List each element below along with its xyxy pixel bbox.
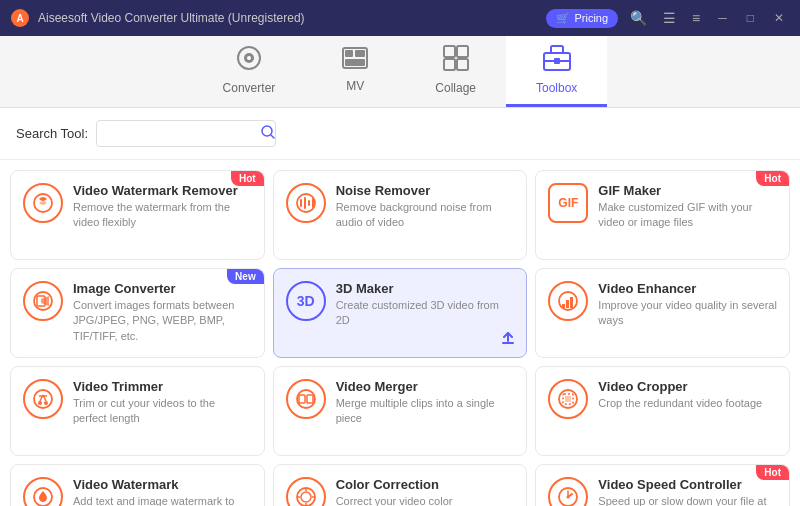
badge-hot: Hot	[231, 171, 264, 186]
svg-rect-39	[299, 395, 305, 403]
tool-card-color-correction[interactable]: Color Correction Correct your video colo…	[273, 464, 528, 506]
tool-desc-video-watermark: Add text and image watermark to the vide…	[73, 494, 252, 506]
svg-point-33	[38, 401, 42, 405]
tool-name-video-enhancer: Video Enhancer	[598, 281, 777, 296]
tool-name-gif-maker: GIF Maker	[598, 183, 777, 198]
svg-rect-9	[444, 46, 455, 57]
tool-name-video-merger: Video Merger	[336, 379, 515, 394]
video-watermark-remover-icon	[23, 183, 63, 223]
svg-rect-23	[308, 200, 310, 206]
tab-toolbox[interactable]: Toolbox	[506, 36, 607, 107]
tool-desc-gif-maker: Make customized GIF with your video or i…	[598, 200, 777, 231]
svg-rect-43	[565, 396, 571, 402]
svg-rect-30	[566, 300, 569, 308]
tool-card-video-watermark[interactable]: Video Watermark Add text and image water…	[10, 464, 265, 506]
svg-rect-22	[304, 197, 306, 209]
color-correction-icon	[286, 477, 326, 506]
converter-icon	[236, 45, 262, 77]
tab-collage[interactable]: Collage	[405, 36, 506, 107]
maximize-button[interactable]: □	[741, 9, 760, 27]
search-input-wrap[interactable]	[96, 120, 276, 147]
upload-icon	[500, 329, 516, 349]
badge-hot: Hot	[756, 171, 789, 186]
search-icon[interactable]: 🔍	[626, 8, 651, 28]
svg-point-52	[567, 496, 570, 499]
video-enhancer-icon	[548, 281, 588, 321]
tool-card-video-merger[interactable]: Video Merger Merge multiple clips into a…	[273, 366, 528, 456]
svg-rect-29	[562, 304, 565, 308]
search-input[interactable]	[105, 127, 255, 141]
svg-rect-6	[345, 50, 353, 57]
tool-card-video-speed-controller[interactable]: Hot Video Speed Controller Speed up or s…	[535, 464, 790, 506]
tool-name-3d-maker: 3D Maker	[336, 281, 515, 296]
tool-name-image-converter: Image Converter	[73, 281, 252, 296]
svg-rect-8	[345, 59, 365, 66]
tool-card-video-enhancer[interactable]: Video Enhancer Improve your video qualit…	[535, 268, 790, 358]
svg-rect-21	[300, 199, 302, 207]
tool-card-video-cropper[interactable]: Video Cropper Crop the redundant video f…	[535, 366, 790, 456]
tool-desc-video-watermark-remover: Remove the watermark from the video flex…	[73, 200, 252, 231]
tool-desc-video-speed-controller: Speed up or slow down your file at ease	[598, 494, 777, 506]
menu-icon[interactable]: ≡	[688, 8, 704, 28]
tool-name-video-watermark: Video Watermark	[73, 477, 252, 492]
tab-converter[interactable]: Converter	[193, 36, 306, 107]
tool-card-video-watermark-remover[interactable]: Hot Video Watermark Remover Remove the w…	[10, 170, 265, 260]
minimize-button[interactable]: ─	[712, 9, 733, 27]
settings-icon[interactable]: ☰	[659, 8, 680, 28]
svg-point-34	[44, 401, 48, 405]
video-watermark-icon	[23, 477, 63, 506]
tools-grid: Hot Video Watermark Remover Remove the w…	[0, 160, 800, 506]
search-bar: Search Tool:	[0, 108, 800, 160]
app-title: Aiseesoft Video Converter Ultimate (Unre…	[38, 11, 538, 25]
svg-rect-14	[551, 46, 563, 53]
video-speed-controller-icon	[548, 477, 588, 506]
tool-card-gif-maker[interactable]: Hot GIF GIF Maker Make customized GIF wi…	[535, 170, 790, 260]
converter-label: Converter	[223, 81, 276, 95]
video-merger-icon	[286, 379, 326, 419]
svg-rect-31	[570, 297, 573, 308]
pricing-button[interactable]: 🛒 Pricing	[546, 9, 618, 28]
svg-rect-12	[457, 59, 468, 70]
search-label: Search Tool:	[16, 126, 88, 141]
tool-name-video-watermark-remover: Video Watermark Remover	[73, 183, 252, 198]
tool-desc-video-enhancer: Improve your video quality in several wa…	[598, 298, 777, 329]
svg-rect-7	[355, 50, 365, 57]
tab-mv[interactable]: MV	[305, 36, 405, 107]
tool-desc-image-converter: Convert images formats between JPG/JPEG,…	[73, 298, 252, 344]
svg-point-32	[34, 390, 52, 408]
tool-desc-video-cropper: Crop the redundant video footage	[598, 396, 777, 411]
gif-icon: GIF	[548, 183, 588, 223]
tool-card-video-trimmer[interactable]: Video Trimmer Trim or cut your videos to…	[10, 366, 265, 456]
close-button[interactable]: ✕	[768, 9, 790, 27]
tool-card-noise-remover[interactable]: Noise Remover Remove background noise fr…	[273, 170, 528, 260]
collage-icon	[443, 45, 469, 77]
tool-desc-3d-maker: Create customized 3D video from 2D	[336, 298, 515, 329]
tool-name-color-correction: Color Correction	[336, 477, 515, 492]
mv-label: MV	[346, 79, 364, 93]
title-bar: A Aiseesoft Video Converter Ultimate (Un…	[0, 0, 800, 36]
tool-desc-color-correction: Correct your video color	[336, 494, 515, 506]
tool-name-video-cropper: Video Cropper	[598, 379, 777, 394]
svg-text:A: A	[16, 13, 23, 24]
search-icon	[261, 125, 275, 142]
svg-rect-24	[312, 198, 314, 208]
tool-name-video-speed-controller: Video Speed Controller	[598, 477, 777, 492]
nav-tabs: Converter MV Collage	[0, 36, 800, 108]
image-converter-icon	[23, 281, 63, 321]
svg-point-46	[301, 492, 311, 502]
svg-rect-16	[554, 58, 560, 64]
tool-desc-video-trimmer: Trim or cut your videos to the perfect l…	[73, 396, 252, 427]
toolbox-label: Toolbox	[536, 81, 577, 95]
tool-name-video-trimmer: Video Trimmer	[73, 379, 252, 394]
tool-desc-noise-remover: Remove background noise from audio of vi…	[336, 200, 515, 231]
tool-card-3d-maker[interactable]: 3D 3D Maker Create customized 3D video f…	[273, 268, 528, 358]
tool-name-noise-remover: Noise Remover	[336, 183, 515, 198]
badge-hot: Hot	[756, 465, 789, 480]
video-trimmer-icon	[23, 379, 63, 419]
title-bar-icons: 🔍 ☰ ≡ ─ □ ✕	[626, 8, 790, 28]
badge-new: New	[227, 269, 264, 284]
tool-card-image-converter[interactable]: New Image Converter Convert images forma…	[10, 268, 265, 358]
svg-rect-40	[307, 395, 313, 403]
svg-line-18	[271, 135, 274, 138]
toolbox-icon	[543, 45, 571, 77]
